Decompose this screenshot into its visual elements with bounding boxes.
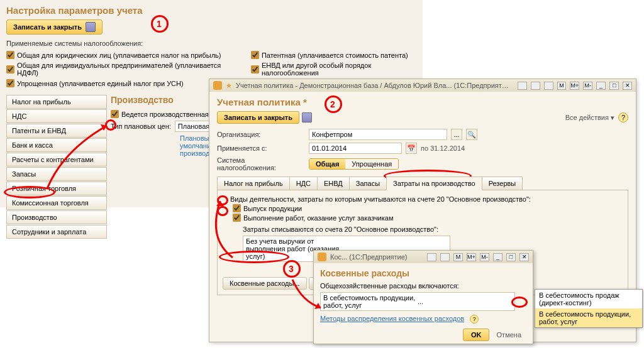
indirect-costs-window: Кос... (1С:Предприятие) M M+ M- _ □ ✕ Ко… <box>313 250 533 344</box>
tb-icon-2[interactable] <box>440 253 450 261</box>
win2-save-close-button[interactable]: Записать и закрыть <box>217 111 299 124</box>
tab-reserves[interactable]: Резервы <box>482 177 523 190</box>
cb-patent[interactable]: Патентная (уплачивается стоимость патент… <box>251 51 416 59</box>
help-button[interactable]: ? <box>618 112 628 122</box>
tb-m-plus[interactable]: M+ <box>570 82 579 90</box>
annotation-oval-cb1 <box>217 195 228 205</box>
cb-envd[interactable]: ЕНВД или другой особый порядок налогообл… <box>251 62 416 77</box>
tb-m-plus[interactable]: M+ <box>467 253 476 261</box>
tb-icon-1[interactable] <box>518 82 527 90</box>
tab-production-costs[interactable]: Затраты на производство <box>386 177 482 190</box>
tax-systems-label: Применяемые системы налогообложения: <box>6 40 416 47</box>
tab-nds[interactable]: НДС <box>289 177 318 190</box>
tax-system-label: Система налогообложения: <box>217 156 305 171</box>
app-icon <box>213 81 222 90</box>
tab-envd[interactable]: ЕНВД <box>317 177 350 190</box>
win2-titlebar: ★ Учетная политика - Демонстрационная ба… <box>209 79 636 92</box>
sidebar-item-profit-tax[interactable]: Налог на прибыль <box>6 95 107 109</box>
tb-m[interactable]: M <box>453 253 463 261</box>
tab-profit-tax[interactable]: Налог на прибыль <box>217 177 290 190</box>
annotation-oval-indirect <box>219 251 289 263</box>
sidebar-item-bank[interactable]: Банк и касса <box>6 138 107 152</box>
cancel-button[interactable]: Отмена <box>492 329 526 340</box>
org-search-button[interactable]: 🔍 <box>466 129 477 140</box>
ok-button[interactable]: OK <box>463 329 490 341</box>
close-button[interactable]: ✕ <box>623 82 632 90</box>
sidebar-item-contractors[interactable]: Расчеты с контрагентами <box>6 153 107 166</box>
app-icon <box>318 253 326 261</box>
cb-output[interactable]: Выпуск продукции <box>233 204 623 212</box>
toggle-simplified[interactable]: Упрощенная <box>345 159 398 169</box>
sidebar-item-nds[interactable]: НДС <box>6 109 107 123</box>
cb-general-legal[interactable]: Общая для юридических лиц (уплачивается … <box>6 51 226 59</box>
org-label: Организация: <box>217 131 305 138</box>
dd-direct-costing[interactable]: В себестоимость продаж (директ-костинг) <box>535 290 642 308</box>
distribution-methods-link[interactable]: Методы распределения косвенных расходов <box>320 315 464 322</box>
cb-services[interactable]: Выполнение работ, оказание услуг заказчи… <box>233 214 623 222</box>
tb-icon-1[interactable] <box>427 253 436 261</box>
win3-title: Косвенные расходы <box>320 268 526 278</box>
indirect-costs-button[interactable]: Косвенные расходы... <box>223 277 307 290</box>
sidebar-item-production[interactable]: Производство <box>6 210 107 224</box>
disk-icon <box>86 22 96 32</box>
cb-general-individual[interactable]: Общая для индивидуальных предпринимателе… <box>6 62 226 77</box>
overhead-label: Общехозяйственные расходы включаются: <box>320 282 526 290</box>
maximize-button[interactable]: □ <box>506 253 516 261</box>
org-select-button[interactable]: ... <box>451 129 462 140</box>
plan-price-label: Тип плановых цен: <box>111 122 171 130</box>
tb-m-minus[interactable]: M- <box>583 82 592 90</box>
close-button[interactable]: ✕ <box>519 253 529 261</box>
toggle-general[interactable]: Общая <box>309 159 345 169</box>
tab-stock[interactable]: Запасы <box>349 177 387 190</box>
save-close-button[interactable]: Записать и закрыть <box>6 19 103 35</box>
annotation-oval-production <box>4 186 55 198</box>
ellipsis-icon: ... <box>418 298 512 305</box>
from-label: Применяется с: <box>217 144 305 152</box>
page-title: Настройка параметров учета <box>6 5 416 16</box>
tb-icon-3[interactable] <box>544 82 553 90</box>
policy-tabs: Налог на прибыль НДС ЕНВД Запасы Затраты… <box>217 177 628 190</box>
annotation-oval-dd <box>511 296 528 308</box>
all-actions-menu[interactable]: Все действия ▾ <box>565 114 614 122</box>
sidebar-item-employees[interactable]: Сотрудники и зарплата <box>6 225 107 239</box>
star-icon[interactable]: ★ <box>226 82 232 90</box>
tb-m[interactable]: M <box>557 82 567 90</box>
calendar-button[interactable]: 📅 <box>406 143 417 154</box>
overhead-combo[interactable]: В себестоимость продукции, работ, услуг.… <box>320 292 515 311</box>
date-to-label: по 31.12.2014 <box>421 144 465 152</box>
maximize-button[interactable]: □ <box>609 82 619 90</box>
tb-icon-2[interactable] <box>531 82 540 90</box>
help-icon[interactable]: ? <box>470 315 479 324</box>
overhead-dropdown: В себестоимость продаж (директ-костинг) … <box>535 289 643 328</box>
sidebar-item-stock[interactable]: Запасы <box>6 167 107 181</box>
dd-cost-price[interactable]: В себестоимость продукции, работ, услуг <box>535 308 642 327</box>
disk-icon[interactable] <box>302 112 312 122</box>
tb-m-minus[interactable]: M- <box>480 253 489 261</box>
sidebar-item-patents[interactable]: Патенты и ЕНВД <box>6 124 107 138</box>
annotation-oval-cb2 <box>217 206 228 216</box>
minimize-button[interactable]: _ <box>596 82 606 90</box>
org-input[interactable] <box>309 129 447 140</box>
settings-sidebar: Налог на прибыль НДС Патенты и ЕНВД Банк… <box>6 95 107 239</box>
win2-title: Учетная политика * <box>217 97 628 107</box>
minimize-button[interactable]: _ <box>493 253 502 261</box>
win3-titlebar: Кос... (1С:Предприятие) M M+ M- _ □ ✕ <box>314 251 533 263</box>
date-from-input[interactable] <box>309 143 402 154</box>
annotation-oval-cb-prod <box>105 119 116 131</box>
cb-simplified[interactable]: Упрощенная (уплачивается единый налог пр… <box>6 79 226 87</box>
